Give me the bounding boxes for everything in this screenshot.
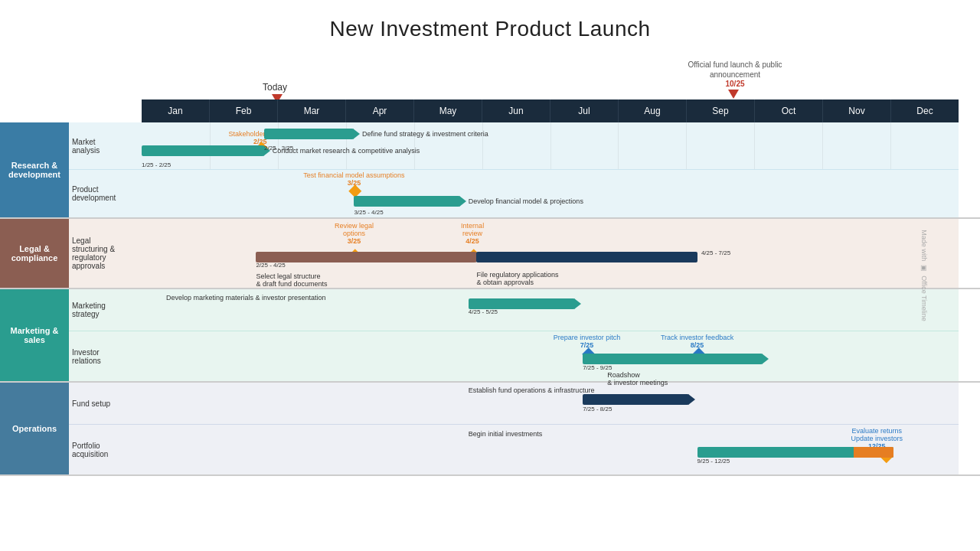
bar-label-market-1: 1/25 - 2/25 (142, 161, 171, 168)
subrow-market-analysis: Marketanalysis (69, 122, 959, 170)
month-feb: Feb (210, 99, 278, 122)
bar-label-marketing-1: 4/25 - 5/25 (469, 308, 498, 315)
bar-market-2 (264, 129, 354, 139)
bar-text-marketing-1: Develop marketing materials & investor p… (166, 294, 326, 302)
month-jan: Jan (142, 99, 210, 122)
bar-label-market-2: 2/25 - 3/25 (264, 145, 293, 152)
subrow-marketing-strategy: Marketingstrategy 4/25 - 5/25 Develop ma… (69, 289, 959, 331)
subrow-investor-relations: Investorrelations Prepare investor pitch… (69, 331, 959, 381)
group-label-legal: Legal &compliance (0, 219, 69, 288)
bar-label-legal-1: 2/25 - 4/25 (256, 261, 285, 268)
bar-text-market-1: Conduct market research & competitive an… (273, 147, 420, 155)
watermark: Made with ▣ Office Timeline (920, 230, 927, 321)
month-dec: Dec (891, 99, 959, 122)
subrow-legal: Legalstructuring &regulatoryapprovals Re… (69, 219, 959, 288)
bar-label-portfolio-1: 9/25 - 12/25 (697, 457, 730, 464)
bar-label-fund-setup-1: 7/25 - 8/25 (583, 405, 612, 412)
page-title: New Investment Product Launch (0, 0, 980, 49)
subrow-label-fund-setup: Fund setup (69, 383, 142, 424)
milestone-prepare-pitch: Prepare investor pitch7/25 (554, 334, 621, 349)
bar-text-portfolio-1: Begin initial investments (469, 430, 543, 438)
month-mar: Mar (278, 99, 346, 122)
launch-annotation: Official fund launch & public announceme… (685, 60, 785, 99)
month-may: May (414, 99, 482, 122)
group-label-operations: Operations (0, 383, 69, 474)
month-oct: Oct (755, 99, 823, 122)
bar-investor-1 (583, 354, 763, 364)
subrow-label-legal: Legalstructuring &regulatoryapprovals (69, 219, 142, 288)
milestone-track-feedback: Track investor feedback8/25 (661, 334, 733, 349)
month-jun: Jun (482, 99, 550, 122)
group-label-research: Research &development (0, 122, 69, 217)
bar-text-fund-setup-1: Establish fund operations & infrastructu… (469, 386, 595, 394)
subrow-label-portfolio: Portfolioacquisition (69, 425, 142, 474)
subrow-product-dev: Productdevelopment Test financial model … (69, 170, 959, 217)
bar-legal-1 (256, 252, 476, 262)
month-sep: Sep (687, 99, 755, 122)
subrow-label-investor: Investorrelations (69, 331, 142, 381)
bar-legal-2 (476, 252, 697, 262)
bar-text-market-2: Define fund strategy & investment criter… (362, 130, 488, 138)
subrow-fund-setup: Fund setup 7/25 - 8/25 Establish fund op… (69, 383, 959, 425)
month-apr: Apr (346, 99, 414, 122)
group-marketing: Marketing &sales Marketingstrategy 4/25 … (0, 289, 980, 383)
month-nov: Nov (823, 99, 891, 122)
milestone-internal-review: Internalreview4/25 (461, 222, 484, 245)
bar-label-legal-2: 4/25 - 7/25 (701, 249, 730, 256)
bar-market-1 (142, 145, 264, 156)
group-label-marketing: Marketing &sales (0, 289, 69, 381)
bar-portfolio-1 (697, 447, 893, 458)
month-aug: Aug (619, 99, 687, 122)
subrow-portfolio: Portfolioacquisition Evaluate returnsUpd… (69, 425, 959, 474)
subrow-label-market-analysis: Marketanalysis (69, 122, 142, 169)
group-research: Research &development Marketanalysis (0, 122, 980, 219)
bar-label-product-1: 3/25 - 4/25 (354, 209, 383, 216)
group-operations: Operations Fund setup 7/25 - 8/25 Establ… (0, 383, 980, 476)
subrow-label-marketing: Marketingstrategy (69, 289, 142, 331)
bar-text-product-1: Develop financial model & projections (469, 197, 583, 205)
bar-label-investor-1: 7/25 - 9/25 (583, 364, 612, 370)
subrow-label-product-dev: Productdevelopment (69, 170, 142, 217)
group-legal: Legal &compliance Legalstructuring &regu… (0, 219, 980, 289)
milestone-review-legal: Review legaloptions3/25 (335, 222, 374, 245)
bar-product-1 (354, 196, 460, 207)
bar-fund-setup-1 (583, 394, 689, 405)
month-jul: Jul (550, 99, 619, 122)
bar-text-legal-2: File regulatory applications& obtain app… (476, 271, 558, 286)
bar-text-legal-1: Select legal structure& draft fund docum… (256, 272, 327, 288)
